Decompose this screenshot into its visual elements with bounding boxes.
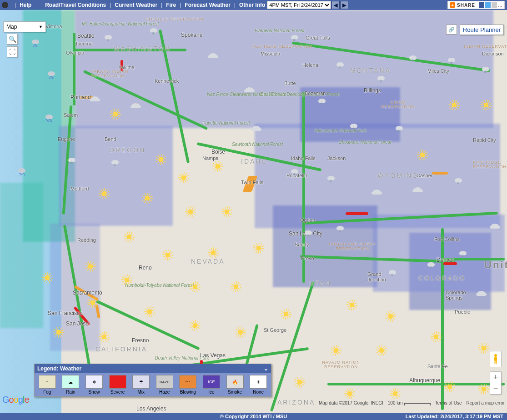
city-label: Portland [70,94,91,100]
zoom-out-button[interactable]: − [490,383,501,394]
streetview-pegman[interactable] [490,351,502,367]
google-logo: Google [2,395,29,405]
share-widget[interactable]: + SHARE … [447,1,505,9]
terms-link[interactable]: Terms of Use [435,400,462,405]
share-more-icon[interactable]: … [498,3,502,8]
city-label: Las Vegas [200,352,226,359]
twitter-icon[interactable] [485,2,491,8]
sun-icon [146,308,154,316]
forest-label: Humboldt-Toiyabe National Forest [125,283,180,288]
forest-label: Sawtooth National Forest [232,142,273,147]
sun-icon [296,378,304,386]
sun-icon [432,333,440,341]
road-conditions-link[interactable]: Road/Travel Conditions [45,2,106,8]
sun-icon [446,383,454,391]
legend-item-haze[interactable]: HAZEHaze [154,375,176,395]
cloud-icon [491,224,499,229]
reservation-label: NAVAJO NATION RESERVATION [314,360,368,369]
time-select[interactable]: 4PM MST, Fri 2/24/2017 [267,1,331,9]
legend-item-mix[interactable]: ☂Mix [130,375,152,395]
state-label: MONTANA [350,67,391,74]
permalink-button[interactable]: 🔗 [446,25,457,35]
road-segment [302,92,305,283]
state-label: WYOMING [377,172,419,179]
map-canvas[interactable]: WASHINGTON OREGON IDAHO MONTANA WYOMING … [0,10,507,413]
legend-collapse-button[interactable]: ⌄ [264,365,268,372]
time-prev-button[interactable]: ◀ [331,1,340,9]
help-link[interactable]: Help [20,2,31,8]
city-label: Redding [77,237,96,243]
legend-item-fog[interactable]: ≡Fog [36,375,58,395]
cloud-icon [132,103,140,108]
scale-bar: 100 km [388,400,431,405]
city-label: Butte [284,80,296,86]
sun-icon [111,110,120,118]
reservation-label: CROW RESERVATION [380,100,416,109]
snow-icon [396,126,403,130]
legend-item-smoke[interactable]: 🔥Smoke [224,375,246,395]
city-label: Billings [364,87,381,94]
snow-icon [111,160,119,165]
facebook-icon[interactable] [479,2,484,8]
state-label: ARIZONA [277,399,315,406]
city-label: Yakima [118,65,135,70]
other-info-link[interactable]: Other Info [239,2,265,8]
email-icon[interactable] [492,2,497,8]
city-label: Ogden [300,217,315,223]
city-label: Kennewick [155,78,179,84]
legend-item-blowing[interactable]: 〰Blowing [177,375,199,395]
snow-icon [305,230,312,235]
fullscreen-button[interactable]: ⛶ [7,46,18,57]
last-updated-text: Last Updated: 2/24/2017, 3:17:19 PM MST [406,414,503,419]
city-label: Santa Fe [427,364,448,369]
zoom-in-button[interactable]: + [490,372,501,383]
route-planner-button[interactable]: Route Planner [460,25,504,35]
sun-icon [282,310,290,318]
legend-item-none[interactable]: ☀None [247,375,269,395]
reservation-label: FLATHEAD RESERVATION [252,44,312,49]
city-label: Sacramento [73,290,102,296]
legend-item-snow[interactable]: ❄Snow [83,375,105,395]
city-label: Provo [301,255,314,261]
forest-label: Shoshone National Forest [339,140,380,145]
city-label: Idaho Falls [291,155,316,161]
share-label: SHARE [457,3,475,8]
snow-icon [291,169,298,174]
city-label: Miles City [427,68,449,74]
reservation-label: COLVILLE RESERVATION [146,17,204,21]
cloud-icon [91,96,99,101]
city-label: San Jose [66,320,89,327]
map-type-label: Map [6,24,17,30]
snow-icon [427,262,435,267]
state-label: IDAHO [241,158,268,165]
legend-item-ice[interactable]: ICEIce [201,375,222,395]
rain-icon [32,40,39,44]
zoom-rect-button[interactable]: 🔍 [7,34,18,45]
legend-body: ≡Fog ☁Rain ❄Snow Severe ☂Mix HAZEHaze 〰B… [35,373,271,396]
legend-item-severe[interactable]: Severe [107,375,129,395]
city-label: Colorado Springs [446,290,473,300]
reservation-label: UINTAH AND OURAY RESERVATION [327,242,377,251]
reservation-label: INDIAN RESERVATION [464,44,507,49]
sun-icon [209,249,217,257]
snow-icon [482,67,489,71]
legend-item-rain[interactable]: ☁Rain [60,375,82,395]
current-weather-link[interactable]: Current Weather [115,2,157,8]
legend-title-text: Legend: Weather [37,365,81,372]
city-label: Twin Falls [241,180,263,185]
report-error-link[interactable]: Report a map error [467,400,505,405]
weather-overlay [0,183,43,328]
state-label: CALIFORNIA [95,345,147,353]
city-label: Salem [64,112,78,118]
sun-icon [346,390,354,398]
city-label: Victoria [45,24,62,29]
city-label: Seattle [77,33,94,39]
city-label: Pocatello [286,173,307,178]
sun-icon [55,328,63,336]
state-label: UTAH [309,280,331,287]
forecast-weather-link[interactable]: Forecast Weather [185,2,230,8]
fire-link[interactable]: Fire [166,2,176,8]
sun-icon [255,244,263,252]
time-next-button[interactable]: ▶ [340,1,348,9]
map-type-selector[interactable]: Map ▼ [3,21,46,32]
